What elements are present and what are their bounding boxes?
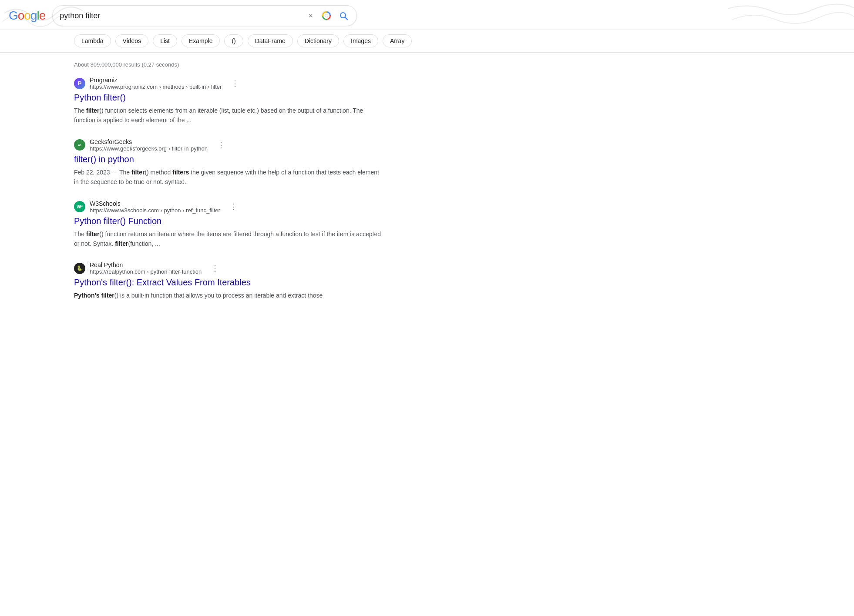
result-source-info-realpython: Real Python https://realpython.com › pyt… [90, 261, 202, 275]
result-snippet-programiz: The filter() function selects elements f… [74, 106, 383, 125]
result-more-button-realpython[interactable]: ⋮ [208, 263, 222, 274]
lens-search-button[interactable] [320, 9, 333, 22]
filter-chip-list[interactable]: List [153, 34, 177, 47]
result-site-name-geeksforgeeks: GeeksforGeeks [90, 138, 208, 145]
favicon-geeksforgeeks: ∞ [74, 139, 85, 151]
result-more-button-w3schools[interactable]: ⋮ [226, 201, 241, 212]
result-title-realpython[interactable]: Python's filter(): Extract Values From I… [74, 277, 383, 288]
filter-chip-array[interactable]: Array [383, 34, 412, 47]
result-url-programiz: https://www.programiz.com › methods › bu… [90, 84, 222, 90]
clear-search-button[interactable]: × [306, 10, 316, 21]
result-source-geeksforgeeks: ∞ GeeksforGeeks https://www.geeksforgeek… [74, 138, 383, 152]
logo-letter-g2: g [30, 9, 37, 22]
svg-point-1 [325, 14, 328, 17]
result-item-geeksforgeeks: ∞ GeeksforGeeks https://www.geeksforgeek… [74, 138, 383, 187]
result-source-info-w3schools: W3Schools https://www.w3schools.com › py… [90, 200, 220, 214]
result-snippet-geeksforgeeks: Feb 22, 2023 — The filter() method filte… [74, 167, 383, 187]
filter-chip-example[interactable]: Example [182, 34, 220, 47]
result-title-geeksforgeeks[interactable]: filter() in python [74, 154, 383, 165]
filter-chip-videos[interactable]: Videos [115, 34, 149, 47]
result-url-realpython: https://realpython.com › python-filter-f… [90, 268, 202, 275]
result-source-programiz: P Programiz https://www.programiz.com › … [74, 77, 383, 90]
clear-icon: × [309, 11, 313, 20]
search-bar: python filter × [52, 5, 357, 26]
results-stats: About 309,000,000 results (0.27 seconds) [74, 57, 383, 68]
google-logo[interactable]: Google [9, 9, 45, 23]
result-source-info-programiz: Programiz https://www.programiz.com › me… [90, 77, 222, 90]
result-title-programiz[interactable]: Python filter() [74, 92, 383, 103]
logo-letter-o2: o [24, 9, 30, 22]
result-item-programiz: P Programiz https://www.programiz.com › … [74, 77, 383, 125]
result-site-name-realpython: Real Python [90, 261, 202, 268]
result-source-realpython: 🐍 Real Python https://realpython.com › p… [74, 261, 383, 275]
results-area: About 309,000,000 results (0.27 seconds)… [0, 53, 392, 322]
result-source-w3schools: W³ W3Schools https://www.w3schools.com ›… [74, 200, 383, 214]
result-url-geeksforgeeks: https://www.geeksforgeeks.org › filter-i… [90, 145, 208, 152]
result-snippet-realpython: Python's filter() is a built-in function… [74, 291, 383, 300]
search-input[interactable]: python filter [60, 11, 301, 20]
filter-chip-dataframe[interactable]: DataFrame [248, 34, 293, 47]
logo-letter-g1: G [9, 9, 18, 22]
result-more-button-geeksforgeeks[interactable]: ⋮ [214, 139, 229, 151]
result-site-name-programiz: Programiz [90, 77, 222, 84]
results-container: P Programiz https://www.programiz.com › … [74, 77, 383, 301]
result-item-w3schools: W³ W3Schools https://www.w3schools.com ›… [74, 200, 383, 249]
filter-chip-parens[interactable]: () [224, 34, 243, 47]
search-submit-button[interactable] [337, 10, 350, 22]
favicon-realpython: 🐍 [74, 263, 85, 274]
header: Google python filter × [0, 0, 854, 30]
logo-letter-o1: o [18, 9, 24, 22]
filter-chip-dictionary[interactable]: Dictionary [297, 34, 339, 47]
decorative-scribble-right [723, 0, 854, 30]
result-more-button-programiz[interactable]: ⋮ [228, 78, 242, 89]
search-icon [338, 10, 349, 21]
logo-letter-e: e [39, 9, 46, 22]
result-title-w3schools[interactable]: Python filter() Function [74, 215, 383, 227]
result-url-w3schools: https://www.w3schools.com › python › ref… [90, 207, 220, 214]
favicon-programiz: P [74, 78, 85, 89]
favicon-w3schools: W³ [74, 201, 85, 212]
result-source-info-geeksforgeeks: GeeksforGeeks https://www.geeksforgeeks.… [90, 138, 208, 152]
filter-chip-lambda[interactable]: Lambda [74, 34, 111, 47]
result-site-name-w3schools: W3Schools [90, 200, 220, 207]
result-snippet-w3schools: The filter() function returns an iterato… [74, 229, 383, 249]
result-item-realpython: 🐍 Real Python https://realpython.com › p… [74, 261, 383, 300]
filter-chip-images[interactable]: Images [343, 34, 378, 47]
filter-bar: LambdaVideosListExample()DataFrameDictio… [0, 30, 854, 52]
lens-icon [321, 10, 332, 21]
